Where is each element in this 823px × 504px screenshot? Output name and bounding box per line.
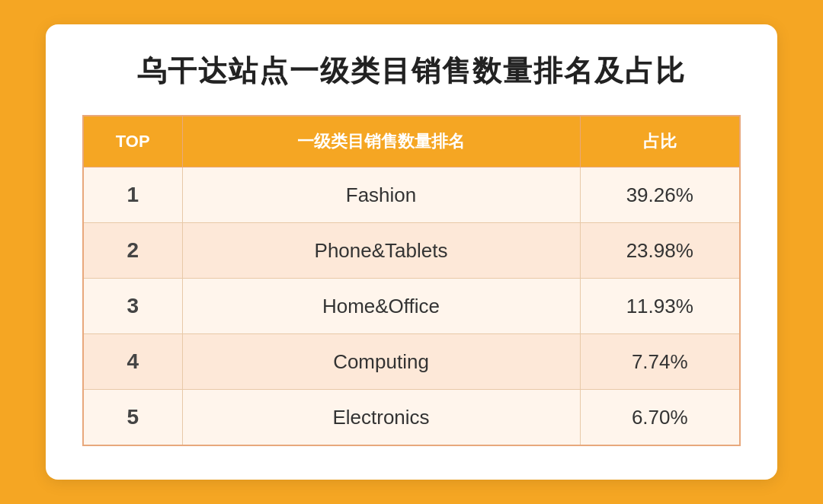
cell-ratio: 39.26% — [580, 167, 740, 223]
cell-rank: 1 — [83, 167, 182, 223]
cell-rank: 2 — [83, 223, 182, 279]
cell-category: Phone&Tablets — [182, 223, 580, 279]
table-row: 1Fashion39.26% — [83, 167, 740, 223]
main-card: 乌干达站点一级类目销售数量排名及占比 TOP 一级类目销售数量排名 占比 1Fa… — [46, 24, 777, 480]
cell-rank: 3 — [83, 279, 182, 334]
header-top: TOP — [83, 116, 182, 167]
cell-rank: 4 — [83, 334, 182, 390]
cell-ratio: 6.70% — [580, 390, 740, 446]
cell-category: Home&Office — [182, 279, 580, 334]
page-title: 乌干达站点一级类目销售数量排名及占比 — [82, 52, 741, 91]
cell-ratio: 23.98% — [580, 223, 740, 279]
cell-ratio: 7.74% — [580, 334, 740, 390]
table-row: 2Phone&Tablets23.98% — [83, 223, 740, 279]
cell-category: Computing — [182, 334, 580, 390]
cell-ratio: 11.93% — [580, 279, 740, 334]
table-row: 5Electronics6.70% — [83, 390, 740, 446]
ranking-table: TOP 一级类目销售数量排名 占比 1Fashion39.26%2Phone&T… — [82, 115, 741, 446]
cell-category: Fashion — [182, 167, 580, 223]
table-row: 3Home&Office11.93% — [83, 279, 740, 334]
header-category: 一级类目销售数量排名 — [182, 116, 580, 167]
cell-category: Electronics — [182, 390, 580, 446]
table-header-row: TOP 一级类目销售数量排名 占比 — [83, 116, 740, 167]
cell-rank: 5 — [83, 390, 182, 446]
header-ratio: 占比 — [580, 116, 740, 167]
table-row: 4Computing7.74% — [83, 334, 740, 390]
